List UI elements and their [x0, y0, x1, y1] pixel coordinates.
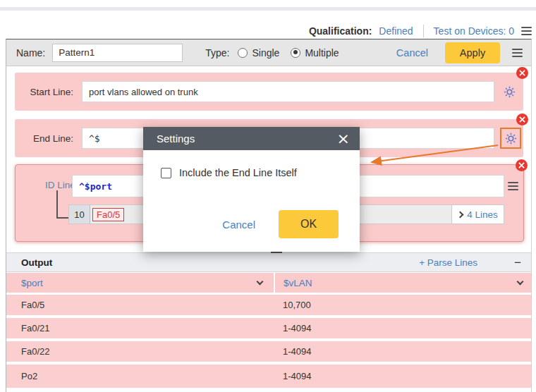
cell-port: Fa0/5: [6, 300, 274, 310]
radio-multiple-label: Multiple: [305, 47, 339, 59]
topbar-separator: [423, 25, 424, 37]
expand-lines-link[interactable]: 4 Lines: [451, 205, 504, 223]
start-line-delete-icon[interactable]: [516, 67, 528, 79]
cancel-button[interactable]: Cancel: [396, 47, 428, 59]
radio-single-icon[interactable]: [238, 48, 248, 58]
end-line-label: End Line:: [15, 133, 82, 144]
port-column-label: $port: [21, 278, 43, 288]
sample-match-token: Fa0/5: [92, 208, 124, 221]
lines-count-label: 4 Lines: [467, 209, 498, 220]
chevron-down-icon[interactable]: [257, 278, 264, 286]
settings-modal-body: Include the End Line Itself Cancel OK: [143, 150, 360, 252]
output-section-bar: Output + Parse Lines −: [6, 252, 531, 272]
pattern-name-input[interactable]: [52, 44, 183, 62]
column-header-vlan[interactable]: $vLAN: [275, 273, 531, 293]
settings-modal: Settings × Include the End Line Itself C…: [143, 127, 360, 252]
parse-lines-button[interactable]: + Parse Lines: [419, 257, 477, 268]
settings-modal-title: Settings: [157, 133, 195, 145]
chevron-right-icon: [457, 211, 464, 218]
collapse-output-icon[interactable]: −: [514, 257, 521, 269]
settings-modal-header: Settings ×: [143, 127, 360, 150]
start-line-input[interactable]: [82, 81, 494, 102]
type-radio-single[interactable]: Single: [238, 47, 279, 59]
output-table-header: $port $vLAN: [6, 273, 531, 293]
cell-vlan: 1-4094: [274, 346, 311, 357]
end-line-gear-icon[interactable]: [500, 128, 521, 149]
table-row: Fa0/21 1-4094: [6, 318, 531, 338]
cell-port: Po2: [6, 371, 274, 381]
include-end-line-option[interactable]: Include the End Line Itself: [161, 167, 297, 178]
end-line-delete-icon[interactable]: [516, 114, 528, 125]
modal-cancel-button[interactable]: Cancel: [222, 219, 255, 231]
qualification-label: Qualification:: [309, 25, 372, 37]
top-divider-strip: [0, 7, 536, 11]
cell-vlan: 1-4094: [274, 371, 311, 381]
cell-vlan: 1-4094: [274, 323, 311, 333]
start-line-label: Start Line:: [15, 87, 82, 97]
vlan-column-label: $vLAN: [284, 278, 312, 288]
topbar-menu-icon[interactable]: [521, 27, 532, 35]
cell-vlan: 10,700: [274, 300, 311, 310]
table-row: Fa0/5 10,700: [6, 295, 531, 315]
qualification-value-link[interactable]: Defined: [379, 25, 413, 37]
modal-ok-button[interactable]: OK: [279, 210, 339, 238]
table-row: Po2 1-4094: [6, 365, 531, 388]
pattern-header-bar: Name: Type: Single Multiple Cancel Apply: [6, 39, 531, 66]
radio-single-label: Single: [252, 47, 279, 59]
id-line-menu-icon[interactable]: [508, 182, 518, 190]
qualification-bar: Qualification: Defined Test on Devices: …: [309, 23, 532, 39]
type-radio-multiple[interactable]: Multiple: [291, 47, 339, 59]
radio-multiple-icon[interactable]: [291, 48, 300, 58]
id-line-label: ID Line: [45, 180, 75, 190]
test-on-devices-link[interactable]: Test on Devices: 0: [434, 25, 514, 37]
include-end-line-label: Include the End Line Itself: [179, 167, 297, 178]
header-menu-icon[interactable]: [512, 49, 523, 57]
pattern-editor-page: Qualification: Defined Test on Devices: …: [0, 0, 536, 392]
start-line-block: Start Line:: [15, 73, 523, 111]
chevron-down-icon[interactable]: [517, 278, 524, 286]
output-title: Output: [21, 257, 52, 268]
name-label: Name:: [16, 47, 45, 59]
apply-button[interactable]: Apply: [445, 42, 500, 63]
column-header-port[interactable]: $port: [6, 273, 274, 293]
type-label: Type:: [205, 47, 229, 59]
table-row: Fa0/22 1-4094: [6, 341, 531, 362]
cell-port: Fa0/21: [6, 323, 274, 333]
sample-line-number: 10: [69, 205, 90, 223]
cell-port: Fa0/22: [6, 346, 274, 357]
close-icon[interactable]: ×: [337, 131, 350, 147]
id-line-delete-icon[interactable]: [516, 159, 528, 171]
include-end-line-checkbox[interactable]: [161, 168, 171, 178]
start-line-gear-icon[interactable]: [500, 82, 518, 101]
